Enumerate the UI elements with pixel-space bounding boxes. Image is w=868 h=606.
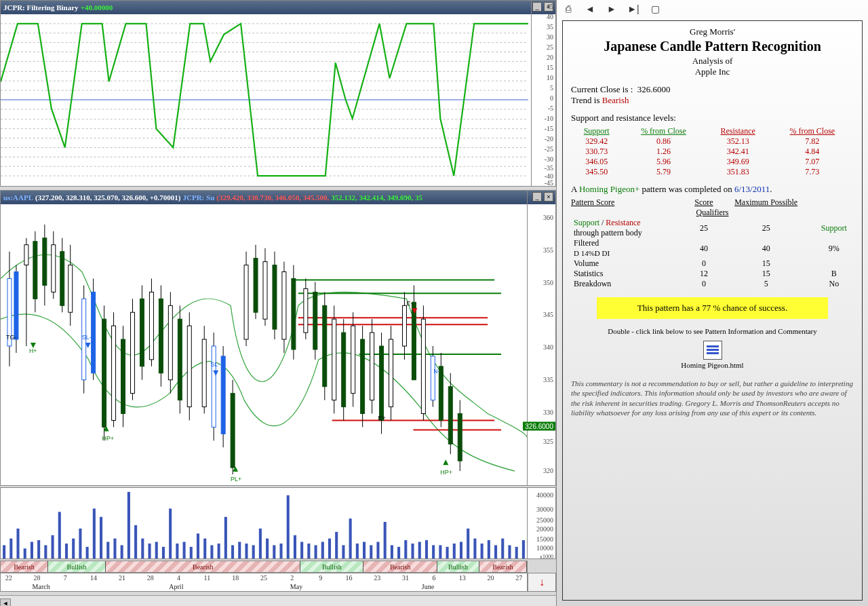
svg-rect-173 xyxy=(315,545,317,558)
svg-rect-182 xyxy=(376,542,379,558)
new-icon[interactable]: ▢ xyxy=(649,3,661,15)
svg-rect-137 xyxy=(65,544,68,558)
candle-ticker: us:AAPL xyxy=(3,193,33,202)
svg-rect-49 xyxy=(121,339,125,413)
report-toolbar: ⎙ ◄ ► ►| ▢ xyxy=(557,0,868,18)
svg-rect-175 xyxy=(328,539,331,558)
svg-text:HP+: HP+ xyxy=(440,469,452,476)
svg-rect-147 xyxy=(134,525,137,558)
svg-rect-79 xyxy=(273,265,277,330)
last-icon[interactable]: ►| xyxy=(627,3,639,15)
indicator-yaxis: 454035 302520 15105 0-5-10 -15-20-25 -30… xyxy=(531,1,555,186)
svg-rect-191 xyxy=(439,545,441,558)
indicator-value: +40.00000 xyxy=(81,3,113,12)
file-icon[interactable] xyxy=(703,341,722,360)
svg-rect-115 xyxy=(448,387,452,444)
svg-rect-153 xyxy=(176,544,178,558)
svg-rect-136 xyxy=(58,512,61,558)
scroll-right-button[interactable]: ↓ xyxy=(528,573,556,592)
svg-rect-132 xyxy=(31,542,33,558)
candlestick-chart: us:AAPL (327.200, 328.310, 325.070, 326.… xyxy=(0,190,556,486)
svg-rect-33 xyxy=(43,238,47,286)
success-chance: This pattern has a 77 % chance of succes… xyxy=(597,297,829,319)
report-pane: ⎙ ◄ ► ►| ▢ Greg Morris' Japanese Candle … xyxy=(556,0,868,606)
svg-rect-39 xyxy=(68,265,73,313)
svg-rect-192 xyxy=(446,547,449,558)
svg-rect-194 xyxy=(460,542,462,558)
svg-rect-170 xyxy=(294,535,296,558)
indicator-chart: JCPR: Filtering Binary +40.00000 _ × xyxy=(0,0,556,187)
svg-rect-151 xyxy=(162,547,165,558)
svg-rect-155 xyxy=(190,547,193,558)
svg-rect-167 xyxy=(273,545,275,558)
svg-rect-193 xyxy=(453,544,456,558)
svg-rect-162 xyxy=(238,542,241,558)
svg-rect-185 xyxy=(397,547,400,558)
svg-rect-35 xyxy=(52,245,56,292)
candle-titlebar[interactable]: us:AAPL (327.200, 328.310, 325.070, 326.… xyxy=(1,191,555,204)
svg-rect-51 xyxy=(131,312,135,393)
svg-rect-148 xyxy=(141,539,144,558)
svg-rect-176 xyxy=(335,532,338,558)
svg-rect-107 xyxy=(412,302,416,379)
svg-rect-195 xyxy=(467,529,469,558)
svg-rect-89 xyxy=(323,305,327,386)
svg-rect-202 xyxy=(515,547,518,558)
horizontal-scrollbar[interactable]: ◄ xyxy=(0,595,556,606)
scroll-left-icon[interactable]: ◄ xyxy=(0,599,11,606)
svg-rect-203 xyxy=(522,540,525,558)
svg-rect-71 xyxy=(231,394,235,468)
indicator-titlebar[interactable]: JCPR: Filtering Binary +40.00000 _ × xyxy=(1,1,555,14)
svg-text:N-: N- xyxy=(433,368,439,375)
svg-text:TG-: TG- xyxy=(6,334,16,341)
trend-value: Bearish xyxy=(602,95,629,105)
svg-rect-186 xyxy=(404,540,407,558)
print-icon[interactable]: ⎙ xyxy=(562,3,574,15)
svg-rect-131 xyxy=(24,548,26,558)
svg-rect-160 xyxy=(224,517,227,558)
svg-rect-145 xyxy=(121,545,123,558)
candle-supports: (329.420, 330.730, 346.050, 345.500, xyxy=(216,193,329,202)
svg-rect-188 xyxy=(418,542,421,558)
svg-text:SL-: SL- xyxy=(82,334,92,341)
svg-rect-150 xyxy=(155,542,158,558)
svg-rect-161 xyxy=(231,545,234,558)
svg-rect-166 xyxy=(266,539,269,558)
close-value: 326.6000 xyxy=(637,84,671,94)
svg-rect-196 xyxy=(473,539,476,558)
volume-yaxis: 400003000025000 200001500010000 x1000 xyxy=(527,488,555,558)
report-analysis-of: Analysis of xyxy=(571,56,854,67)
svg-text:PL+: PL+ xyxy=(231,476,241,482)
svg-rect-83 xyxy=(292,278,296,349)
svg-rect-61 xyxy=(178,319,182,400)
next-icon[interactable]: ► xyxy=(606,3,618,15)
svg-text:E+: E+ xyxy=(378,415,386,421)
candle-ohlc: (327.200, 328.310, 325.070, 326.600, +0.… xyxy=(35,193,180,202)
volume-chart: 400003000025000 200001500010000 x1000 xyxy=(0,487,556,559)
svg-rect-144 xyxy=(113,539,116,558)
svg-rect-97 xyxy=(361,339,365,413)
svg-text:E-: E- xyxy=(406,300,412,307)
svg-rect-177 xyxy=(342,545,344,558)
sr-table: Support % from Close Resistance % from C… xyxy=(571,126,854,177)
svg-rect-198 xyxy=(488,540,490,558)
candle-resists: 352.132, 342.414, 349.690, 35 xyxy=(331,193,422,202)
svg-rect-190 xyxy=(432,545,435,558)
svg-rect-37 xyxy=(60,252,64,306)
date-axis: 222871421284111825291623316132027MarchAp… xyxy=(0,573,528,592)
file-link[interactable]: Homing Pigeon.html xyxy=(571,361,854,369)
svg-rect-95 xyxy=(351,326,355,394)
svg-rect-29 xyxy=(24,245,28,265)
trend-label: Trend is xyxy=(571,95,600,105)
svg-rect-135 xyxy=(52,535,54,558)
svg-rect-130 xyxy=(16,529,19,558)
svg-rect-31 xyxy=(33,242,37,299)
svg-rect-164 xyxy=(252,545,255,558)
svg-rect-169 xyxy=(287,495,290,558)
svg-rect-140 xyxy=(86,547,89,558)
prev-icon[interactable]: ◄ xyxy=(584,3,596,15)
svg-rect-174 xyxy=(321,542,324,558)
report-company: Apple Inc xyxy=(571,67,854,77)
svg-rect-65 xyxy=(202,339,206,407)
svg-rect-152 xyxy=(169,508,172,558)
